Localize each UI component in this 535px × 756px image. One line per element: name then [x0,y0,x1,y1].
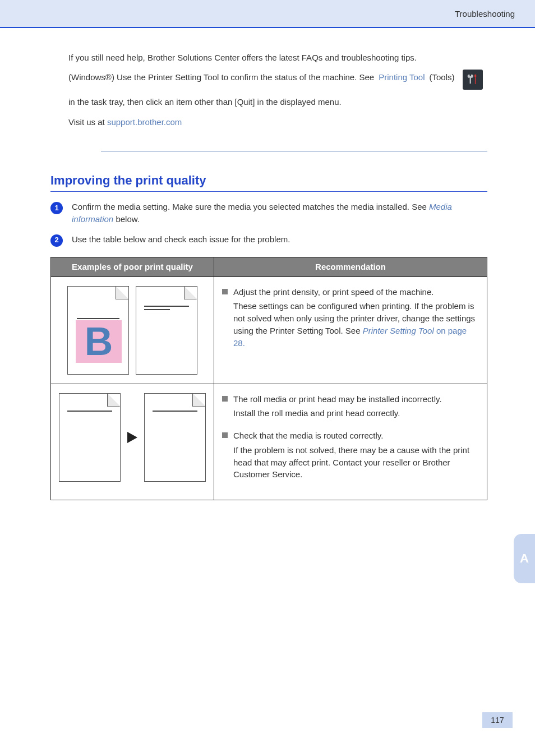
page-content: If you still need help, Brother Solution… [0,28,535,500]
svg-rect-0 [474,74,476,77]
step-number-1: 1 [50,202,63,214]
row2-recommendation-cell: The roll media or print head may be inst… [214,384,487,500]
subsection-heading: Improving the print quality [50,172,487,190]
list-item: The roll media or print head may be inst… [222,393,479,422]
printer-tool-paragraph: (Windows®) Use the Printer Setting Tool … [68,70,487,109]
support-url-link[interactable]: support.brother.com [107,117,182,127]
svg-rect-1 [474,77,476,84]
sample-doc-text [136,286,197,375]
section-divider [101,151,487,151]
th-recommendation: Recommendation [214,257,487,276]
table-row: B Adjust the prin [51,276,487,384]
row2-example-cell [51,384,214,500]
row1-example-cell: B [51,276,214,384]
step-1: 1 Confirm the media setting. Make sure t… [50,201,487,225]
quality-table: Examples of poor print quality Recommend… [50,257,487,500]
visit-line: Visit us at support.brother.com [68,116,487,128]
tool-label: (Tools) [429,70,454,85]
row2-item1-body: Install the roll media and print head co… [233,407,479,420]
row2-item2-body: If the problem is not solved, there may … [233,444,479,481]
sample-doc-right [144,393,206,482]
step2-text: Use the table below and check each issue… [72,233,487,246]
square-bullet-icon [222,396,228,402]
row2-item1-lead: The roll media or print head may be inst… [233,393,479,405]
row2-item2-lead: Check that the media is routed correctly… [233,430,479,442]
list-item: Adjust the print density, or print speed… [222,286,479,352]
row1-item1-lead: Adjust the print density, or print speed… [233,286,479,298]
sample-doc-pink-block: B [67,286,129,375]
step1-text-before: Confirm the media setting. Make sure the… [72,202,427,211]
step-2: 2 Use the table below and check each iss… [50,233,487,247]
row1-recommendation-cell: Adjust the print density, or print speed… [214,276,487,384]
step-number-2: 2 [50,234,63,247]
page-number: 117 [482,712,513,728]
intro-after-icon-text: in the task tray, then click an item oth… [68,94,342,109]
sample-letter: B [76,320,122,363]
section-tab[interactable]: A [514,534,535,583]
intro-before-icon-text: (Windows®) Use the Printer Setting Tool … [68,70,374,85]
table-row: The roll media or print head may be inst… [51,384,487,500]
step1-text-after: below. [116,214,140,224]
heading-underline [50,191,487,192]
visit-label: Visit us at [68,117,105,127]
row1-item1-xref[interactable]: Printer Setting Tool [363,326,434,335]
sample-doc-left [59,393,121,482]
square-bullet-icon [222,289,228,294]
tools-icon [463,70,483,90]
header-breadcrumb: Troubleshooting [455,8,515,20]
printing-tool-link[interactable]: Printing Tool [379,70,425,85]
th-examples: Examples of poor print quality [51,257,214,276]
list-item: Check that the media is routed correctly… [222,430,479,483]
intro-help-note: If you still need help, Brother Solution… [68,52,487,64]
square-bullet-icon [222,432,228,438]
arrow-right-icon [127,432,137,443]
